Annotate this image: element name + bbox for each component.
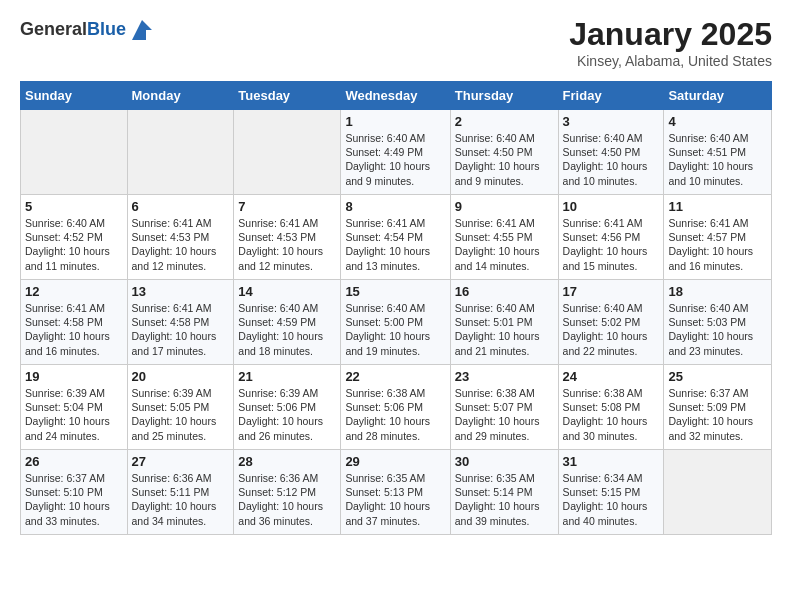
day-info: Sunrise: 6:39 AM Sunset: 5:04 PM Dayligh… (25, 386, 123, 443)
day-info: Sunrise: 6:41 AM Sunset: 4:53 PM Dayligh… (132, 216, 230, 273)
calendar-day-cell: 3Sunrise: 6:40 AM Sunset: 4:50 PM Daylig… (558, 110, 664, 195)
calendar-day-cell: 18Sunrise: 6:40 AM Sunset: 5:03 PM Dayli… (664, 280, 772, 365)
calendar-day-cell: 7Sunrise: 6:41 AM Sunset: 4:53 PM Daylig… (234, 195, 341, 280)
day-info: Sunrise: 6:41 AM Sunset: 4:54 PM Dayligh… (345, 216, 445, 273)
day-info: Sunrise: 6:37 AM Sunset: 5:09 PM Dayligh… (668, 386, 767, 443)
day-of-week-header: Friday (558, 82, 664, 110)
calendar-day-cell: 30Sunrise: 6:35 AM Sunset: 5:14 PM Dayli… (450, 450, 558, 535)
day-number: 8 (345, 199, 445, 214)
svg-marker-0 (132, 20, 152, 40)
day-number: 19 (25, 369, 123, 384)
day-info: Sunrise: 6:39 AM Sunset: 5:05 PM Dayligh… (132, 386, 230, 443)
calendar-day-cell: 13Sunrise: 6:41 AM Sunset: 4:58 PM Dayli… (127, 280, 234, 365)
calendar-week-row: 1Sunrise: 6:40 AM Sunset: 4:49 PM Daylig… (21, 110, 772, 195)
logo-icon (128, 16, 156, 44)
calendar-table: SundayMondayTuesdayWednesdayThursdayFrid… (20, 81, 772, 535)
day-info: Sunrise: 6:40 AM Sunset: 5:01 PM Dayligh… (455, 301, 554, 358)
day-number: 21 (238, 369, 336, 384)
day-of-week-header: Wednesday (341, 82, 450, 110)
day-number: 16 (455, 284, 554, 299)
day-number: 17 (563, 284, 660, 299)
calendar-day-cell: 17Sunrise: 6:40 AM Sunset: 5:02 PM Dayli… (558, 280, 664, 365)
calendar-day-cell: 1Sunrise: 6:40 AM Sunset: 4:49 PM Daylig… (341, 110, 450, 195)
calendar-day-cell: 10Sunrise: 6:41 AM Sunset: 4:56 PM Dayli… (558, 195, 664, 280)
day-of-week-header: Tuesday (234, 82, 341, 110)
logo: GeneralBlue (20, 16, 156, 44)
day-number: 1 (345, 114, 445, 129)
day-info: Sunrise: 6:41 AM Sunset: 4:55 PM Dayligh… (455, 216, 554, 273)
day-number: 15 (345, 284, 445, 299)
day-info: Sunrise: 6:40 AM Sunset: 5:02 PM Dayligh… (563, 301, 660, 358)
day-of-week-header: Saturday (664, 82, 772, 110)
calendar-day-cell: 12Sunrise: 6:41 AM Sunset: 4:58 PM Dayli… (21, 280, 128, 365)
day-number: 4 (668, 114, 767, 129)
calendar-day-cell: 27Sunrise: 6:36 AM Sunset: 5:11 PM Dayli… (127, 450, 234, 535)
logo-general-text: General (20, 19, 87, 39)
day-number: 22 (345, 369, 445, 384)
calendar-day-cell: 25Sunrise: 6:37 AM Sunset: 5:09 PM Dayli… (664, 365, 772, 450)
header: GeneralBlue January 2025 Kinsey, Alabama… (20, 16, 772, 69)
day-info: Sunrise: 6:36 AM Sunset: 5:12 PM Dayligh… (238, 471, 336, 528)
day-number: 24 (563, 369, 660, 384)
day-number: 12 (25, 284, 123, 299)
day-info: Sunrise: 6:40 AM Sunset: 4:49 PM Dayligh… (345, 131, 445, 188)
day-info: Sunrise: 6:38 AM Sunset: 5:06 PM Dayligh… (345, 386, 445, 443)
day-number: 27 (132, 454, 230, 469)
month-title: January 2025 (569, 16, 772, 53)
calendar-day-cell: 11Sunrise: 6:41 AM Sunset: 4:57 PM Dayli… (664, 195, 772, 280)
calendar-day-cell: 26Sunrise: 6:37 AM Sunset: 5:10 PM Dayli… (21, 450, 128, 535)
calendar-day-cell: 16Sunrise: 6:40 AM Sunset: 5:01 PM Dayli… (450, 280, 558, 365)
day-info: Sunrise: 6:41 AM Sunset: 4:57 PM Dayligh… (668, 216, 767, 273)
day-info: Sunrise: 6:41 AM Sunset: 4:56 PM Dayligh… (563, 216, 660, 273)
day-number: 23 (455, 369, 554, 384)
day-info: Sunrise: 6:36 AM Sunset: 5:11 PM Dayligh… (132, 471, 230, 528)
day-number: 29 (345, 454, 445, 469)
day-number: 3 (563, 114, 660, 129)
day-info: Sunrise: 6:40 AM Sunset: 4:51 PM Dayligh… (668, 131, 767, 188)
day-number: 26 (25, 454, 123, 469)
day-info: Sunrise: 6:34 AM Sunset: 5:15 PM Dayligh… (563, 471, 660, 528)
calendar-day-cell (21, 110, 128, 195)
calendar-day-cell: 24Sunrise: 6:38 AM Sunset: 5:08 PM Dayli… (558, 365, 664, 450)
day-info: Sunrise: 6:41 AM Sunset: 4:58 PM Dayligh… (25, 301, 123, 358)
day-number: 2 (455, 114, 554, 129)
calendar-day-cell: 19Sunrise: 6:39 AM Sunset: 5:04 PM Dayli… (21, 365, 128, 450)
calendar-week-row: 5Sunrise: 6:40 AM Sunset: 4:52 PM Daylig… (21, 195, 772, 280)
calendar-day-cell: 20Sunrise: 6:39 AM Sunset: 5:05 PM Dayli… (127, 365, 234, 450)
day-number: 11 (668, 199, 767, 214)
calendar-day-cell (127, 110, 234, 195)
day-info: Sunrise: 6:38 AM Sunset: 5:07 PM Dayligh… (455, 386, 554, 443)
calendar-day-cell: 22Sunrise: 6:38 AM Sunset: 5:06 PM Dayli… (341, 365, 450, 450)
calendar-day-cell: 29Sunrise: 6:35 AM Sunset: 5:13 PM Dayli… (341, 450, 450, 535)
day-number: 10 (563, 199, 660, 214)
day-of-week-header: Thursday (450, 82, 558, 110)
day-number: 6 (132, 199, 230, 214)
logo-text: GeneralBlue (20, 19, 126, 41)
day-of-week-header: Sunday (21, 82, 128, 110)
calendar-day-cell: 31Sunrise: 6:34 AM Sunset: 5:15 PM Dayli… (558, 450, 664, 535)
day-info: Sunrise: 6:40 AM Sunset: 4:50 PM Dayligh… (563, 131, 660, 188)
calendar-day-cell: 14Sunrise: 6:40 AM Sunset: 4:59 PM Dayli… (234, 280, 341, 365)
day-number: 30 (455, 454, 554, 469)
day-info: Sunrise: 6:40 AM Sunset: 4:50 PM Dayligh… (455, 131, 554, 188)
day-info: Sunrise: 6:38 AM Sunset: 5:08 PM Dayligh… (563, 386, 660, 443)
day-number: 13 (132, 284, 230, 299)
calendar-day-cell: 23Sunrise: 6:38 AM Sunset: 5:07 PM Dayli… (450, 365, 558, 450)
day-of-week-header: Monday (127, 82, 234, 110)
day-number: 25 (668, 369, 767, 384)
location: Kinsey, Alabama, United States (569, 53, 772, 69)
day-number: 5 (25, 199, 123, 214)
calendar-day-cell: 28Sunrise: 6:36 AM Sunset: 5:12 PM Dayli… (234, 450, 341, 535)
calendar-day-cell: 6Sunrise: 6:41 AM Sunset: 4:53 PM Daylig… (127, 195, 234, 280)
header-row: SundayMondayTuesdayWednesdayThursdayFrid… (21, 82, 772, 110)
day-number: 20 (132, 369, 230, 384)
calendar-day-cell: 2Sunrise: 6:40 AM Sunset: 4:50 PM Daylig… (450, 110, 558, 195)
calendar-day-cell: 4Sunrise: 6:40 AM Sunset: 4:51 PM Daylig… (664, 110, 772, 195)
day-info: Sunrise: 6:40 AM Sunset: 5:03 PM Dayligh… (668, 301, 767, 358)
calendar-day-cell: 8Sunrise: 6:41 AM Sunset: 4:54 PM Daylig… (341, 195, 450, 280)
day-number: 9 (455, 199, 554, 214)
day-info: Sunrise: 6:41 AM Sunset: 4:53 PM Dayligh… (238, 216, 336, 273)
calendar-day-cell: 9Sunrise: 6:41 AM Sunset: 4:55 PM Daylig… (450, 195, 558, 280)
day-number: 14 (238, 284, 336, 299)
day-info: Sunrise: 6:40 AM Sunset: 5:00 PM Dayligh… (345, 301, 445, 358)
